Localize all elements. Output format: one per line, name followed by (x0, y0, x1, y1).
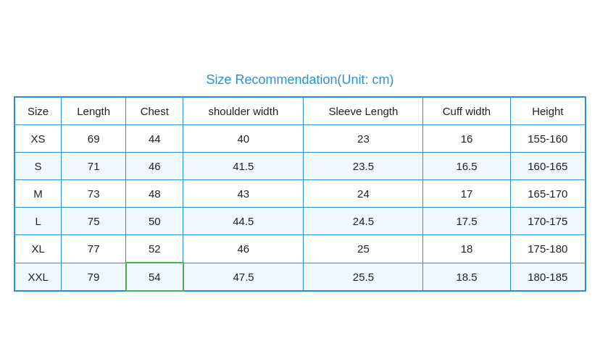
table-cell: 165-170 (510, 180, 586, 208)
size-table: SizeLengthChestshoulder widthSleeve Leng… (14, 96, 586, 292)
table-header-row: SizeLengthChestshoulder widthSleeve Leng… (14, 97, 586, 125)
table-cell: 170-175 (510, 208, 586, 235)
col-header-height: Height (510, 97, 586, 125)
table-cell: 23 (304, 125, 423, 153)
table-cell: 71 (62, 153, 126, 180)
table-cell: 50 (126, 208, 183, 235)
col-header-length: Length (62, 97, 126, 125)
table-cell: 16.5 (423, 153, 510, 180)
table-cell: 17.5 (423, 208, 510, 235)
table-cell: 25 (304, 235, 423, 263)
col-header-shoulder-width: shoulder width (183, 97, 304, 125)
table-cell: XXL (14, 263, 62, 291)
table-cell: 24.5 (304, 208, 423, 235)
table-cell: 69 (62, 125, 126, 153)
table-cell: 180-185 (510, 263, 586, 291)
table-cell: 52 (126, 235, 183, 263)
table-cell: 155-160 (510, 125, 586, 153)
table-cell: 25.5 (304, 263, 423, 291)
table-cell: 23.5 (304, 153, 423, 180)
table-row: L755044.524.517.5170-175 (14, 208, 586, 235)
table-cell: 46 (183, 235, 304, 263)
table-cell: 46 (126, 153, 183, 180)
table-cell: XS (14, 125, 62, 153)
size-recommendation-container: Size Recommendation(Unit: cm) SizeLength… (7, 65, 593, 299)
table-body: XS6944402316155-160S714641.523.516.5160-… (14, 125, 586, 292)
table-cell: 16 (423, 125, 510, 153)
table-title: Size Recommendation(Unit: cm) (14, 72, 586, 88)
table-row: S714641.523.516.5160-165 (14, 153, 586, 180)
table-cell: 175-180 (510, 235, 586, 263)
table-cell: 79 (62, 263, 126, 291)
table-cell: 40 (183, 125, 304, 153)
col-header-size: Size (14, 97, 62, 125)
table-cell: L (14, 208, 62, 235)
table-cell: 75 (62, 208, 126, 235)
table-row: XXL795447.525.518.5180-185 (14, 263, 586, 291)
table-cell: 41.5 (183, 153, 304, 180)
table-cell: 24 (304, 180, 423, 208)
table-cell: 73 (62, 180, 126, 208)
table-row: XL7752462518175-180 (14, 235, 586, 263)
table-cell: 18 (423, 235, 510, 263)
col-header-chest: Chest (126, 97, 183, 125)
col-header-sleeve-length: Sleeve Length (304, 97, 423, 125)
table-cell: S (14, 153, 62, 180)
table-cell: 17 (423, 180, 510, 208)
table-cell: 44.5 (183, 208, 304, 235)
table-cell: 44 (126, 125, 183, 153)
table-cell: 54 (126, 263, 183, 291)
table-cell: 47.5 (183, 263, 304, 291)
table-row: XS6944402316155-160 (14, 125, 586, 153)
table-cell: 48 (126, 180, 183, 208)
col-header-cuff-width: Cuff width (423, 97, 510, 125)
table-cell: 160-165 (510, 153, 586, 180)
table-cell: 43 (183, 180, 304, 208)
table-cell: 18.5 (423, 263, 510, 291)
table-row: M7348432417165-170 (14, 180, 586, 208)
table-cell: XL (14, 235, 62, 263)
table-cell: 77 (62, 235, 126, 263)
table-cell: M (14, 180, 62, 208)
